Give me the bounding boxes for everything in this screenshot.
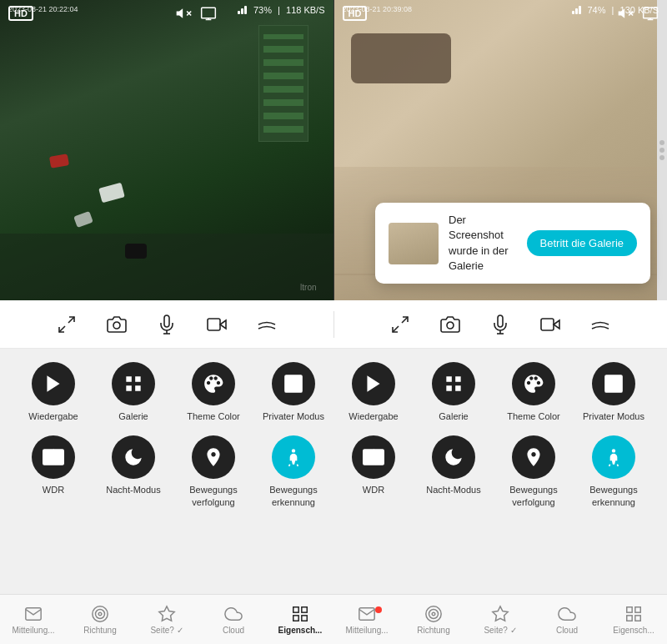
icon-track-left[interactable]: Bewegungs verfolgung	[180, 435, 247, 508]
svg-rect-3	[201, 8, 215, 18]
svg-marker-47	[493, 606, 508, 620]
icon-galerie-left[interactable]: Galerie	[100, 362, 167, 422]
tab-eigenscha-label: Eigensch...	[278, 626, 323, 635]
icon-theme-right[interactable]: Theme Color	[500, 362, 567, 422]
tab-eigenscha2-label: Eigensch...	[613, 626, 654, 635]
watermark-left: ltron	[300, 283, 316, 292]
gallery-circle-right	[432, 362, 475, 405]
icon-nacht-right[interactable]: Nacht-Modus	[420, 435, 487, 508]
target-icon-2	[424, 605, 443, 623]
svg-point-46	[432, 612, 435, 616]
svg-marker-39	[159, 606, 174, 620]
theme-circle-right	[512, 362, 555, 405]
grid4-icon	[291, 605, 309, 623]
svg-rect-18	[208, 319, 220, 330]
star-icon-2	[491, 605, 509, 623]
microphone-btn-right[interactable]	[475, 306, 525, 343]
label-detect-left: Bewegungs erkennung	[260, 484, 327, 508]
label-privater-left: Privater Modus	[263, 410, 324, 422]
right-edge-bar	[657, 0, 667, 300]
svg-rect-25	[541, 319, 554, 330]
icons-row-1: Wiedergabe Galerie Theme Color Privater …	[0, 362, 667, 422]
video-panel-right[interactable]: 2023-03-21 20:39:08 74% | 130 KB/S HD	[334, 0, 668, 300]
stats-left: 73% | 118 KB/S	[238, 5, 325, 15]
hd-badge-right: HD	[343, 5, 368, 20]
tab-mitteilung2[interactable]: Mitteilung...	[334, 605, 400, 635]
icon-detect-right[interactable]: Bewegungs erkennung	[580, 435, 647, 508]
gallery-button[interactable]: Betritt die Galerie	[527, 230, 637, 256]
tab-cloud2-label: Cloud	[556, 626, 578, 635]
mute-icon-left[interactable]	[175, 5, 192, 22]
tab-mitteilung[interactable]: Mitteilung...	[0, 605, 67, 635]
label-nacht-right: Nacht-Modus	[426, 484, 480, 496]
label-wdr-left: WDR	[43, 484, 64, 496]
svg-line-20	[393, 326, 399, 332]
play-circle-left	[32, 362, 75, 405]
tab-seite[interactable]: Seite? ✓	[133, 605, 200, 635]
video-panel-left[interactable]: 2023-03-21 20:22:04 73% | 118 KB/S HD	[0, 0, 334, 300]
tab-richtung2[interactable]: Richtung	[400, 605, 467, 635]
controls-left	[0, 306, 334, 343]
icon-detect-left[interactable]: Bewegungs erkennung	[260, 435, 327, 508]
screenshot-btn-right[interactable]	[425, 306, 475, 343]
svg-rect-51	[635, 615, 640, 620]
label-track-right: Bewegungs verfolgung	[500, 484, 567, 508]
left-video-icons	[175, 5, 217, 22]
svg-rect-43	[302, 615, 307, 620]
label-wiedergabe-right: Wiedergabe	[349, 410, 398, 422]
tab-cloud-label: Cloud	[223, 626, 244, 635]
icon-wiedergabe-left[interactable]: Wiedergabe	[20, 362, 87, 422]
toast-thumbnail	[389, 223, 439, 264]
screenshot-btn-left[interactable]	[92, 306, 142, 343]
tab-mitteilung-label: Mitteilung...	[12, 626, 54, 635]
video-btn-right[interactable]	[525, 306, 575, 343]
main-content: Wiedergabe Galerie Theme Color Privater …	[0, 349, 667, 594]
icon-wdr-right[interactable]: WDR	[340, 435, 407, 508]
detect-circle-left	[272, 435, 315, 479]
video-btn-left[interactable]	[192, 306, 242, 343]
tab-eigenscha[interactable]: Eigensch...	[267, 605, 334, 635]
right-video-icons	[617, 5, 659, 22]
wdr-circle-right	[352, 435, 395, 479]
icon-privater-left[interactable]: Privater Modus	[260, 362, 327, 422]
tab-seite2[interactable]: Seite? ✓	[467, 605, 534, 635]
label-detect-right: Bewegungs erkennung	[580, 484, 647, 508]
svg-point-36	[93, 606, 108, 621]
svg-point-44	[426, 606, 441, 621]
screen-icon-left[interactable]	[200, 5, 217, 22]
tab-richtung-label: Richtung	[83, 626, 116, 635]
icon-privater-right[interactable]: Privater Modus	[580, 362, 647, 422]
svg-point-38	[98, 612, 102, 616]
privater-circle-left	[272, 362, 315, 405]
svg-line-13	[59, 326, 65, 332]
tab-cloud2[interactable]: Cloud	[534, 605, 600, 635]
svg-marker-17	[220, 320, 226, 329]
icon-wiedergabe-right[interactable]: Wiedergabe	[340, 362, 407, 422]
label-privater-right: Privater Modus	[583, 410, 644, 422]
svg-marker-29	[367, 375, 379, 392]
nacht-circle-right	[432, 435, 475, 479]
tab-richtung2-label: Richtung	[417, 626, 449, 635]
tab-seite-label: Seite? ✓	[150, 626, 183, 635]
svg-rect-40	[293, 606, 298, 611]
fullscreen-btn-left[interactable]	[42, 306, 92, 343]
icon-track-right[interactable]: Bewegungs verfolgung	[500, 435, 567, 508]
hd-badge-left: HD	[8, 5, 33, 20]
menu-btn-left[interactable]	[242, 306, 292, 343]
microphone-btn-left[interactable]	[142, 306, 192, 343]
svg-marker-0	[176, 8, 183, 18]
label-wiedergabe-left: Wiedergabe	[28, 410, 78, 422]
menu-btn-right[interactable]	[575, 306, 625, 343]
cloud-icon-2	[558, 605, 576, 623]
fullscreen-btn-right[interactable]	[375, 306, 425, 343]
icon-theme-left[interactable]: Theme Color	[180, 362, 247, 422]
tab-richtung[interactable]: Richtung	[67, 605, 133, 635]
tab-cloud[interactable]: Cloud	[200, 605, 267, 635]
mute-icon-right[interactable]	[617, 5, 634, 22]
toast-notification: Der Screenshot wurde in der Galerie Betr…	[375, 203, 650, 284]
icon-galerie-right[interactable]: Galerie	[420, 362, 487, 422]
icon-wdr-left[interactable]: WDR	[20, 435, 87, 508]
icon-nacht-left[interactable]: Nacht-Modus	[100, 435, 167, 508]
tab-eigenscha2[interactable]: Eigensch...	[600, 605, 667, 635]
screen-icon-right[interactable]	[642, 5, 659, 22]
